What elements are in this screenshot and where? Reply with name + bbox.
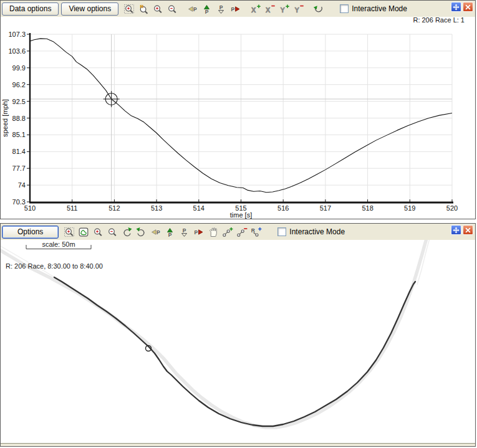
data-options-button[interactable]: Data options <box>2 2 59 16</box>
toolbar-separator <box>243 9 248 9</box>
map-window-controls <box>451 225 473 235</box>
fit-track-button[interactable] <box>77 226 90 238</box>
chart-window: Data options View options RPPPPXXYY Inte… <box>0 0 476 219</box>
zoom-in-button[interactable] <box>152 2 165 15</box>
node-run-add-icon: R <box>251 227 262 237</box>
y-tick-label: 103.6 <box>8 47 26 55</box>
svg-text:X: X <box>266 6 271 13</box>
x-tick-label: 519 <box>404 204 415 212</box>
x-axis-add-icon: X <box>250 4 261 14</box>
svg-text:X: X <box>251 6 256 13</box>
x-axis-remove-icon: X <box>264 4 276 14</box>
move-window-button[interactable] <box>451 2 461 12</box>
chart-window-controls <box>451 2 473 12</box>
zoom-reset-button[interactable]: R <box>137 2 150 15</box>
move-window-button[interactable] <box>451 225 461 235</box>
x-tick-label: 518 <box>362 204 373 212</box>
svg-text:P: P <box>157 229 160 236</box>
page-right-button[interactable]: P <box>192 226 205 238</box>
y-tick-label: 88.8 <box>12 115 26 122</box>
page-down-icon: P <box>179 227 190 237</box>
zoom-in-button[interactable] <box>92 226 105 238</box>
track-map[interactable]: scale: 50mR: 206 Race, 8:30.00 to 8:40.0… <box>1 240 475 442</box>
lap-info-label: R: 206 Race L: 1 <box>413 17 465 24</box>
options-button[interactable]: Options <box>2 226 59 239</box>
y-tick-label: 77.7 <box>12 164 26 172</box>
x-axis-title: time [s] <box>230 211 252 219</box>
move-icon <box>453 227 460 234</box>
svg-text:P: P <box>219 4 223 10</box>
zoom-region-button[interactable] <box>63 226 76 238</box>
map-window: Options PPPPR Interactive Mode scale: 50… <box>0 223 476 447</box>
zoom-reset-icon: R <box>138 4 150 14</box>
y-axis-add-button[interactable]: Y <box>277 2 291 15</box>
x-axis-add-button[interactable]: X <box>249 2 262 15</box>
close-icon <box>465 4 471 10</box>
page-down-button[interactable]: P <box>214 2 228 15</box>
svg-text:P: P <box>194 229 198 236</box>
svg-text:P: P <box>183 227 186 233</box>
page-left-button[interactable]: P <box>149 226 162 238</box>
page-right-icon: P <box>193 227 205 237</box>
page-down-button[interactable]: P <box>178 226 191 238</box>
x-tick-label: 517 <box>320 204 331 212</box>
node-run-add-button[interactable]: R <box>249 226 263 238</box>
y-tick-label: 85.1 <box>12 131 26 138</box>
scale-label: scale: 50m <box>42 241 75 248</box>
map-toolbar-icons: PPPPR <box>63 226 263 238</box>
svg-text:Y: Y <box>280 6 285 13</box>
zoom-region-button[interactable] <box>123 2 136 15</box>
page-left-icon: P <box>150 227 161 237</box>
view-options-button[interactable]: View options <box>61 2 118 16</box>
page-right-icon: P <box>230 4 241 14</box>
page-down-icon: P <box>216 4 227 14</box>
y-tick-label: 107.3 <box>8 31 26 38</box>
move-icon <box>453 4 460 11</box>
toolbar-separator <box>306 9 311 9</box>
y-axis-title: speed [mph] <box>1 99 9 137</box>
pan-hand-button[interactable] <box>206 226 219 238</box>
x-tick-label: 516 <box>277 204 289 212</box>
page-up-button[interactable]: P <box>163 226 176 238</box>
page-up-icon: P <box>165 227 176 237</box>
close-window-button[interactable] <box>463 225 473 235</box>
y-axis-remove-icon: Y <box>293 4 304 14</box>
svg-text:P: P <box>193 6 197 12</box>
speed-time-chart[interactable]: 107.3103.699.996.292.588.885.181.477.774… <box>1 17 475 219</box>
fit-track-icon <box>79 227 90 237</box>
page-up-button[interactable]: P <box>200 2 213 15</box>
pan-hand-icon <box>208 227 219 237</box>
zoom-in-icon <box>153 4 164 14</box>
x-axis-remove-button[interactable]: X <box>263 2 276 15</box>
close-window-button[interactable] <box>463 2 473 12</box>
zoom-out-button[interactable] <box>106 226 119 238</box>
map-window-bottom-edge <box>1 443 475 446</box>
map-interactive-mode-checkbox[interactable] <box>277 227 286 236</box>
svg-text:P: P <box>168 232 172 237</box>
driven-line <box>54 277 415 426</box>
rotate-cw-button[interactable] <box>120 226 133 238</box>
zoom-region-icon <box>64 227 75 237</box>
page-left-button[interactable]: P <box>186 2 199 15</box>
chart-interactive-mode-label: Interactive Mode <box>352 4 407 13</box>
svg-text:R: R <box>251 227 255 233</box>
chart-toolbar-icons: RPPPPXXYY <box>123 2 325 15</box>
svg-text:P: P <box>231 6 234 12</box>
x-tick-label: 520 <box>446 204 458 212</box>
x-tick-label: 514 <box>193 204 205 212</box>
rotate-cw-icon <box>122 227 133 237</box>
x-tick-label: 513 <box>151 204 162 212</box>
y-axis-remove-button[interactable]: Y <box>292 2 305 15</box>
undo-zoom-icon <box>313 4 324 14</box>
node-remove-button[interactable] <box>235 226 248 238</box>
zoom-out-button[interactable] <box>166 2 179 15</box>
rotate-ccw-button[interactable] <box>135 226 148 238</box>
map-interactive-mode-label: Interactive Mode <box>289 227 345 236</box>
node-add-button[interactable] <box>221 226 234 238</box>
svg-text:Y: Y <box>294 6 299 13</box>
page-right-button[interactable]: P <box>229 2 242 15</box>
y-tick-label: 81.4 <box>12 148 26 155</box>
chart-interactive-mode-checkbox[interactable] <box>340 4 349 13</box>
undo-zoom-button[interactable] <box>312 2 325 15</box>
y-tick-label: 74 <box>18 181 26 189</box>
